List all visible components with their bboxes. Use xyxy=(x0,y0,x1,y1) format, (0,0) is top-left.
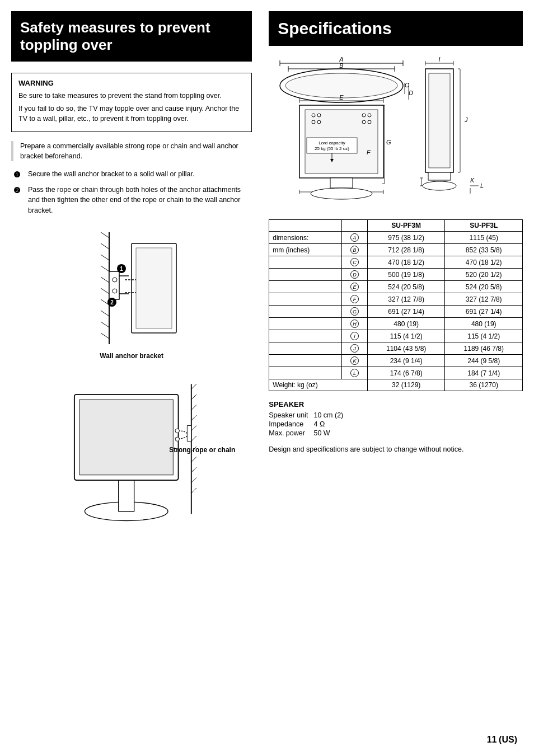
row-m-val: 712 (28 1/8) xyxy=(367,244,445,256)
specs-side-diagram: I J K L xyxy=(420,55,487,212)
table-row: F327 (12 7/8)327 (12 7/8) xyxy=(269,293,523,306)
row-m-val: 480 (19) xyxy=(367,318,445,330)
row-label xyxy=(269,281,342,293)
svg-text:2: 2 xyxy=(110,299,114,306)
weight-l: 36 (1270) xyxy=(445,379,523,391)
warning-box: WARNING Be sure to take measures to prev… xyxy=(11,73,252,132)
svg-point-63 xyxy=(312,114,315,117)
impedance-label: Impedance xyxy=(269,420,313,429)
svg-line-33 xyxy=(191,425,196,430)
row-label xyxy=(269,306,342,318)
svg-line-31 xyxy=(191,405,196,410)
row-l-val: 520 (20 1/2) xyxy=(445,269,523,281)
row-label: mm (inches) xyxy=(269,244,342,256)
row-m-val: 174 (6 7/8) xyxy=(367,367,445,379)
row-letter: D xyxy=(341,269,367,281)
svg-text:Lord capacity: Lord capacity xyxy=(318,140,345,145)
specs-diagram: A B C D xyxy=(269,55,523,212)
row-l-val: 524 (20 5/8) xyxy=(445,281,523,293)
svg-point-15 xyxy=(113,289,117,293)
row-l-val: 1189 (46 7/8) xyxy=(445,342,523,355)
svg-point-14 xyxy=(113,278,117,282)
table-row: D500 (19 1/8)520 (20 1/2) xyxy=(269,269,523,281)
left-column: Safety measures to prevent toppling over… xyxy=(11,11,263,745)
step-2: ❷ Pass the rope or chain through both ho… xyxy=(13,185,252,215)
svg-text:J: J xyxy=(464,116,468,123)
row-letter: I xyxy=(341,330,367,342)
row-l-val: 244 (9 5/8) xyxy=(445,355,523,367)
right-column: Specifications A B C xyxy=(263,11,523,745)
row-label xyxy=(269,269,342,281)
row-letter: J xyxy=(341,342,367,355)
row-m-val: 234 (9 1/4) xyxy=(367,355,445,367)
svg-line-9 xyxy=(101,322,109,327)
svg-line-34 xyxy=(191,436,196,441)
speaker-title: SPEAKER xyxy=(269,400,523,408)
power-label: Max. power xyxy=(269,429,313,438)
safety-title: Safety measures to prevent toppling over xyxy=(20,19,243,54)
specs-table: SU-PF3M SU-PF3L dimensions:A975 (38 1/2)… xyxy=(269,219,523,391)
svg-rect-97 xyxy=(428,172,451,180)
row-m-val: 975 (38 1/2) xyxy=(367,232,445,244)
svg-line-3 xyxy=(101,255,109,260)
table-row: J1104 (43 5/8)1189 (46 7/8) xyxy=(269,342,523,355)
speaker-unit-row: Speaker unit 10 cm (2) xyxy=(269,411,349,420)
row-label xyxy=(269,330,342,342)
table-row: G691 (27 1/4)691 (27 1/4) xyxy=(269,306,523,318)
row-letter: H xyxy=(341,318,367,330)
table-row: E524 (20 5/8)524 (20 5/8) xyxy=(269,281,523,293)
col-header-blank2 xyxy=(341,220,367,232)
svg-text:L: L xyxy=(480,182,484,189)
svg-line-8 xyxy=(101,311,109,316)
step2-number: ❷ xyxy=(13,185,25,196)
speaker-unit-label: Speaker unit xyxy=(269,411,313,420)
svg-point-65 xyxy=(362,114,366,117)
table-row: C470 (18 1/2)470 (18 1/2) xyxy=(269,256,523,269)
step-1: ❶ Secure the wall anchor bracket to a so… xyxy=(13,169,252,180)
row-l-val: 470 (18 1/2) xyxy=(445,256,523,269)
svg-point-98 xyxy=(423,181,456,190)
table-row: L174 (6 7/8)184 (7 1/4) xyxy=(269,367,523,379)
table-row: I115 (4 1/2)115 (4 1/2) xyxy=(269,330,523,342)
wall-bracket-svg: 1 2 xyxy=(76,227,188,350)
row-letter: C xyxy=(341,256,367,269)
row-m-val: 470 (18 1/2) xyxy=(367,256,445,269)
row-letter: G xyxy=(341,306,367,318)
row-letter: K xyxy=(341,355,367,367)
step1-text: Secure the wall anchor bracket to a soli… xyxy=(28,169,194,179)
row-l-val: 184 (7 1/4) xyxy=(445,367,523,379)
row-m-val: 691 (27 1/4) xyxy=(367,306,445,318)
weight-m: 32 (1129) xyxy=(367,379,445,391)
row-letter: A xyxy=(341,232,367,244)
speaker-unit-val: 10 cm (2) xyxy=(313,411,349,420)
table-row: dimensions:A975 (38 1/2)1115 (45) xyxy=(269,232,523,244)
row-l-val: 115 (4 1/2) xyxy=(445,330,523,342)
row-l-val: 327 (12 7/8) xyxy=(445,293,523,306)
weight-label: Weight: kg (oz) xyxy=(269,379,368,391)
svg-text:B: B xyxy=(340,62,344,69)
svg-line-6 xyxy=(101,288,109,294)
prepare-section: Prepare a commercially available strong … xyxy=(11,141,252,161)
row-l-val: 1115 (45) xyxy=(445,232,523,244)
svg-line-37 xyxy=(191,467,196,472)
row-l-val: 480 (19) xyxy=(445,318,523,330)
row-letter: L xyxy=(341,367,367,379)
svg-text:I: I xyxy=(439,56,441,63)
row-label xyxy=(269,256,342,269)
svg-point-70 xyxy=(368,120,371,124)
svg-text:K: K xyxy=(470,177,475,184)
step1-number: ❶ xyxy=(13,169,25,180)
page-num-value: 11 xyxy=(487,735,497,744)
row-label xyxy=(269,367,342,379)
wall-bracket-diagram: 1 2 Wall anchor bracket xyxy=(11,227,252,360)
svg-line-5 xyxy=(101,277,109,283)
svg-rect-27 xyxy=(79,400,173,475)
row-m-val: 1104 (43 5/8) xyxy=(367,342,445,355)
svg-text:D: D xyxy=(409,90,413,96)
svg-point-64 xyxy=(317,114,321,117)
svg-line-4 xyxy=(101,266,109,271)
svg-rect-40 xyxy=(187,425,191,441)
row-label xyxy=(269,293,342,306)
svg-point-86 xyxy=(311,188,372,199)
svg-rect-25 xyxy=(119,477,134,511)
